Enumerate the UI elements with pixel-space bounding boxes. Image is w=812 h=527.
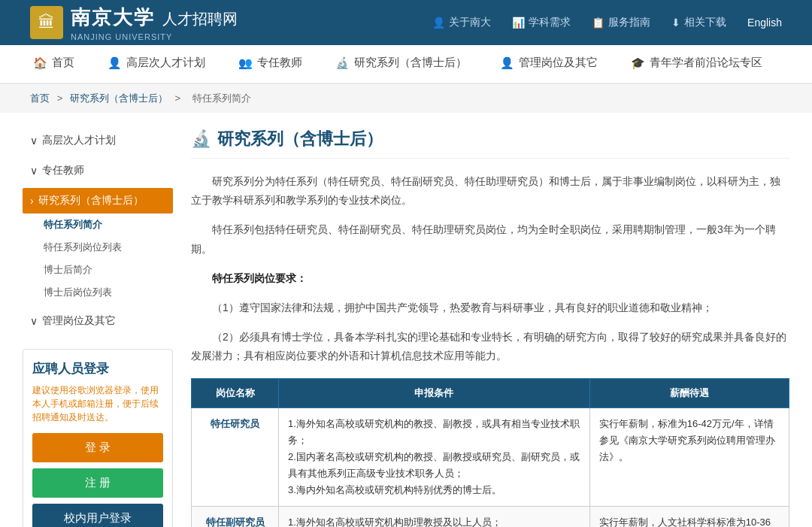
sidebar-group-teacher-title[interactable]: ∨ 专任教师 bbox=[23, 158, 173, 183]
requirement-2: （2）必须具有博士学位，具备本学科扎实的理论基础和专业特长，有明确的研究方向，取… bbox=[191, 328, 789, 365]
table-header-conditions: 申报条件 bbox=[279, 378, 590, 407]
position-salary: 实行年薪制，标准为16-42万元/年，详情参见《南京大学研究系列岗位聘用管理办法… bbox=[589, 407, 789, 506]
register-button[interactable]: 注 册 bbox=[32, 468, 163, 498]
nav-research[interactable]: 🔬研究系列（含博士后） bbox=[332, 44, 470, 83]
login-box: 应聘人员登录 建议使用谷歌浏览器登录，使用本人手机或邮箱注册，便于后续招聘通知及… bbox=[23, 349, 173, 527]
university-name-cn: 南京大学 bbox=[71, 5, 155, 31]
sidebar-group-research: › 研究系列（含博士后） 特任系列简介 特任系列岗位列表 博士后简介 博士后岗位… bbox=[23, 188, 173, 304]
requirement-1: （1）遵守国家法律和法规，拥护中国共产党领导，热爱教育与科研事业，具有良好的职业… bbox=[191, 298, 789, 317]
sidebar-item-special-list[interactable]: 特任系列岗位列表 bbox=[23, 236, 173, 259]
position-conditions: 1.海外知名高校或研究机构助理教授及以上人员； 2.国内著名高校或研究机构优秀的… bbox=[279, 506, 590, 527]
nav-guide[interactable]: 📋服务指南 bbox=[592, 16, 650, 29]
chevron-down-icon-3: ∨ bbox=[30, 315, 38, 327]
intro-paragraph-2: 特任系列包括特任研究员、特任副研究员、特任助理研究员岗位，均为全时全职岗位，采用… bbox=[191, 220, 789, 258]
top-nav: 👤关于南大 📊学科需求 📋服务指南 ⬇相关下载 English bbox=[432, 16, 782, 29]
breadcrumb-sep1: > bbox=[57, 92, 63, 104]
nav-discipline[interactable]: 📊学科需求 bbox=[512, 16, 571, 29]
requirements-title: 特任系列岗位要求： bbox=[191, 269, 789, 288]
chevron-right-icon: › bbox=[30, 195, 34, 207]
research-icon: 🔬 bbox=[191, 129, 211, 149]
nav-forum[interactable]: 🎓青年学者前沿论坛专区 bbox=[628, 44, 765, 83]
table-row: 特任副研究员1.海外知名高校或研究机构助理教授及以上人员； 2.国内著名高校或研… bbox=[192, 506, 789, 527]
breadcrumb-level1[interactable]: 研究系列（含博士后） bbox=[70, 92, 168, 104]
campus-login-button[interactable]: 校内用户登录 bbox=[32, 504, 163, 527]
table-header-salary: 薪酬待遇 bbox=[589, 378, 789, 407]
sidebar-group-management: ∨ 管理岗位及其它 bbox=[23, 308, 173, 334]
breadcrumb: 首页 > 研究系列（含博士后） > 特任系列简介 bbox=[0, 84, 812, 113]
sidebar-item-postdoc-list[interactable]: 博士后岗位列表 bbox=[23, 281, 173, 304]
login-box-title: 应聘人员登录 bbox=[32, 360, 163, 377]
login-button[interactable]: 登 录 bbox=[32, 433, 163, 462]
nav-teacher[interactable]: 👥专任教师 bbox=[235, 44, 305, 83]
position-name: 特任研究员 bbox=[192, 407, 279, 506]
sidebar-group-teacher: ∨ 专任教师 bbox=[23, 158, 173, 183]
language-toggle[interactable]: English bbox=[747, 17, 782, 29]
sidebar-group-management-title[interactable]: ∨ 管理岗位及其它 bbox=[23, 308, 173, 334]
top-bar: 🏛 南京大学 人才招聘网 NANJING UNIVERSITY 👤关于南大 📊学… bbox=[0, 0, 812, 45]
breadcrumb-sep2: > bbox=[174, 92, 180, 104]
site-tagline: 人才招聘网 bbox=[162, 9, 238, 29]
university-emblem: 🏛 bbox=[30, 6, 63, 39]
nav-download[interactable]: ⬇相关下载 bbox=[671, 16, 726, 29]
intro-paragraph-1: 研究系列分为特任系列（特任研究员、特任副研究员、特任助理研究员）和博士后，属于非… bbox=[191, 172, 789, 210]
sidebar-item-special-intro[interactable]: 特任系列简介 bbox=[23, 214, 173, 236]
sidebar-item-postdoc-intro[interactable]: 博士后简介 bbox=[23, 259, 173, 281]
chevron-down-icon-2: ∨ bbox=[30, 165, 38, 177]
sidebar-group-talent-title[interactable]: ∨ 高层次人才计划 bbox=[23, 128, 173, 153]
table-header-name: 岗位名称 bbox=[192, 378, 279, 407]
position-conditions: 1.海外知名高校或研究机构的教授、副教授，或具有相当专业技术职务； 2.国内著名… bbox=[279, 407, 590, 506]
university-name-en: NANJING UNIVERSITY bbox=[71, 32, 238, 41]
sidebar-group-research-title[interactable]: › 研究系列（含博士后） bbox=[23, 188, 173, 214]
main-nav: 🏠首页 👤高层次人才计划 👥专任教师 🔬研究系列（含博士后） 👤管理岗位及其它 … bbox=[0, 45, 812, 84]
position-name: 特任副研究员 bbox=[192, 506, 279, 527]
nav-home[interactable]: 🏠首页 bbox=[30, 44, 77, 83]
breadcrumb-home[interactable]: 首页 bbox=[30, 92, 50, 104]
nav-management[interactable]: 👤管理岗位及其它 bbox=[497, 44, 601, 83]
position-salary: 实行年薪制，人文社科学科标准为10-36万元/年，理工医科标准为12-36万元/… bbox=[589, 506, 789, 527]
login-hint: 建议使用谷歌浏览器登录，使用本人手机或邮箱注册，便于后续招聘通知及时送达。 bbox=[32, 383, 163, 424]
logo-area: 🏛 南京大学 人才招聘网 NANJING UNIVERSITY bbox=[30, 5, 238, 41]
positions-table: 岗位名称 申报条件 薪酬待遇 特任研究员1.海外知名高校或研究机构的教授、副教授… bbox=[191, 378, 789, 528]
content-wrapper: ∨ 高层次人才计划 ∨ 专任教师 › 研究系列（含博士后） 特任系列简介 特任系… bbox=[8, 113, 804, 527]
nav-about[interactable]: 👤关于南大 bbox=[432, 16, 491, 29]
sidebar: ∨ 高层次人才计划 ∨ 专任教师 › 研究系列（含博士后） 特任系列简介 特任系… bbox=[23, 128, 173, 527]
main-content: 🔬 研究系列（含博士后） 研究系列分为特任系列（特任研究员、特任副研究员、特任助… bbox=[191, 128, 789, 527]
nav-talent[interactable]: 👤高层次人才计划 bbox=[105, 44, 208, 83]
page-title: 🔬 研究系列（含博士后） bbox=[191, 128, 789, 159]
breadcrumb-current: 特任系列简介 bbox=[192, 92, 251, 104]
table-row: 特任研究员1.海外知名高校或研究机构的教授、副教授，或具有相当专业技术职务； 2… bbox=[192, 407, 789, 506]
sidebar-group-talent: ∨ 高层次人才计划 bbox=[23, 128, 173, 153]
chevron-down-icon: ∨ bbox=[30, 135, 38, 147]
